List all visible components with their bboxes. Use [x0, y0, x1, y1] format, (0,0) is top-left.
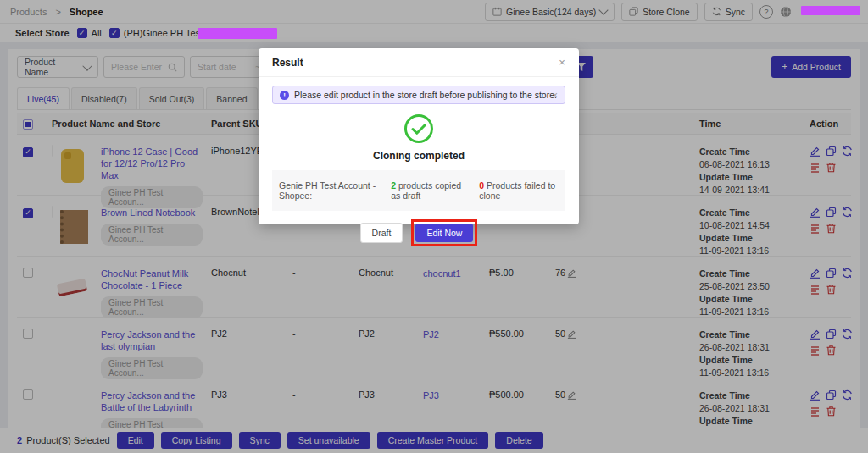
info-icon — [280, 91, 289, 100]
close-icon[interactable] — [556, 56, 568, 68]
annotation-highlight-box: Edit Now — [411, 219, 477, 246]
failed-count: 0 — [479, 180, 484, 191]
redacted-store-name — [198, 28, 277, 39]
alert-close-icon[interactable] — [553, 90, 558, 100]
alert-text: Please edit product in the store draft b… — [294, 90, 557, 100]
modal-alert: Please edit product in the store draft b… — [272, 86, 565, 104]
modal-title: Result — [259, 48, 579, 77]
clone-status-text: Cloning completed — [272, 150, 565, 162]
redacted-username — [801, 6, 860, 15]
copied-count: 2 — [391, 180, 396, 191]
clone-summary: Genie PH Test Account - Shopee: 2 produc… — [272, 170, 565, 211]
draft-button[interactable]: Draft — [360, 223, 403, 243]
summary-store-label: Genie PH Test Account - Shopee: — [279, 180, 384, 201]
copied-label: products copied as draft — [391, 180, 461, 201]
result-modal: Result Please edit product in the store … — [259, 48, 579, 224]
failed-label: Products failed to clone — [479, 180, 555, 201]
edit-now-button[interactable]: Edit Now — [415, 224, 473, 242]
success-check-icon — [272, 113, 565, 144]
